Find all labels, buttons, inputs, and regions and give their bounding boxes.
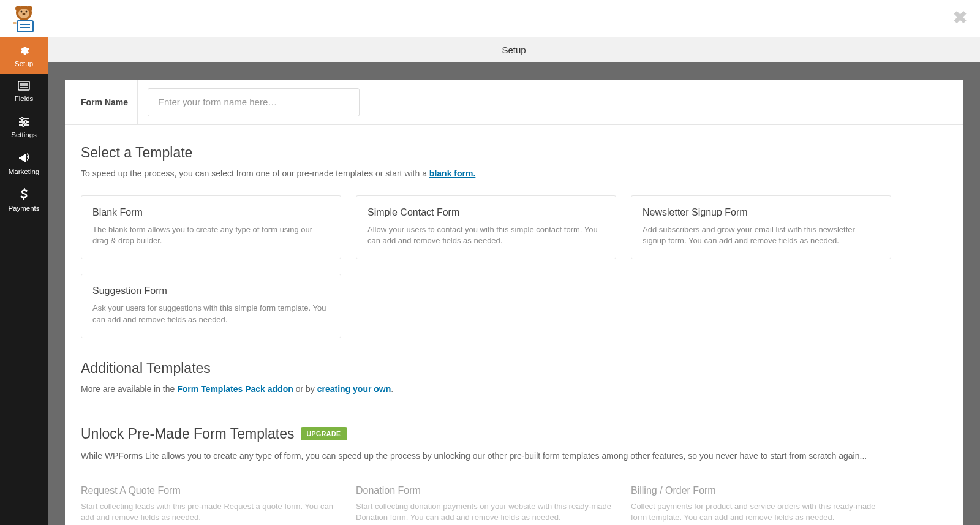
- sidebar-item-label: Settings: [11, 131, 37, 138]
- form-name-row: Form Name: [65, 80, 963, 125]
- subheader: Setup: [48, 37, 980, 62]
- select-template-title: Select a Template: [81, 145, 947, 161]
- unlock-desc: While WPForms Lite allows you to create …: [81, 451, 947, 461]
- template-desc: Add subscribers and grow your email list…: [643, 224, 880, 246]
- template-title: Newsletter Signup Form: [643, 207, 880, 218]
- template-desc: Ask your users for suggestions with this…: [92, 303, 330, 325]
- sidebar-item-settings[interactable]: Settings: [0, 110, 48, 146]
- list-icon: [18, 81, 30, 93]
- template-title: Suggestion Form: [92, 285, 330, 296]
- svg-point-16: [21, 118, 23, 120]
- locked-template-title: Request A Quote Form: [81, 485, 341, 496]
- locked-grid: Request A Quote Form Start collecting le…: [81, 485, 947, 523]
- template-desc: Allow your users to contact you with thi…: [368, 224, 605, 246]
- locked-template-billing: Billing / Order Form Collect payments fo…: [631, 485, 891, 523]
- template-title: Simple Contact Form: [368, 207, 605, 218]
- template-suggestion[interactable]: Suggestion Form Ask your users for sugge…: [81, 274, 341, 338]
- dollar-icon: [20, 188, 28, 202]
- template-newsletter[interactable]: Newsletter Signup Form Add subscribers a…: [631, 195, 891, 259]
- sliders-icon: [18, 117, 30, 129]
- template-title: Blank Form: [92, 207, 330, 218]
- svg-rect-7: [17, 21, 33, 32]
- sidebar-item-label: Marketing: [9, 168, 40, 175]
- sidebar-item-setup[interactable]: Setup: [0, 37, 48, 74]
- template-desc: The blank form allows you to create any …: [92, 224, 330, 246]
- upgrade-badge[interactable]: UPGRADE: [301, 427, 347, 440]
- svg-point-20: [22, 124, 24, 126]
- locked-template-desc: Start collecting leads with this pre-mad…: [81, 501, 341, 523]
- sidebar-item-fields[interactable]: Fields: [0, 74, 48, 110]
- locked-template-donation: Donation Form Start collecting donation …: [356, 485, 616, 523]
- wpforms-logo: [0, 0, 48, 37]
- select-template-desc: To speed up the process, you can select …: [81, 168, 947, 178]
- unlock-title: Unlock Pre-Made Form Templates: [81, 426, 295, 442]
- gear-icon: [18, 43, 30, 58]
- locked-template-title: Billing / Order Form: [631, 485, 891, 496]
- svg-point-6: [23, 13, 26, 15]
- locked-template-title: Donation Form: [356, 485, 616, 496]
- svg-rect-10: [13, 22, 17, 24]
- locked-template-desc: Collect payments for product and service…: [631, 501, 891, 523]
- template-blank-form[interactable]: Blank Form The blank form allows you to …: [81, 195, 341, 259]
- svg-point-5: [26, 11, 28, 13]
- bullhorn-icon: [18, 153, 30, 165]
- form-templates-pack-link[interactable]: Form Templates Pack addon: [177, 384, 293, 394]
- main: Setup Form Name Select a Template To spe…: [48, 37, 980, 525]
- close-icon[interactable]: ✖: [952, 9, 968, 27]
- panel: Form Name Select a Template To speed up …: [65, 80, 963, 525]
- svg-point-18: [24, 121, 27, 123]
- subheader-title: Setup: [502, 45, 526, 55]
- blank-form-link[interactable]: blank form.: [429, 168, 475, 178]
- sidebar-item-payments[interactable]: Payments: [0, 182, 48, 218]
- additional-templates-desc: More are available in the Form Templates…: [81, 384, 947, 394]
- template-simple-contact[interactable]: Simple Contact Form Allow your users to …: [356, 195, 616, 259]
- sidebar-item-label: Fields: [15, 95, 34, 102]
- sidebar: Setup Fields Settings Marketing Payments: [0, 37, 48, 525]
- create-your-own-link[interactable]: creating your own: [317, 384, 391, 394]
- templates-grid: Blank Form The blank form allows you to …: [81, 195, 947, 338]
- sidebar-item-marketing[interactable]: Marketing: [0, 146, 48, 182]
- sidebar-item-label: Payments: [8, 205, 39, 212]
- sidebar-item-label: Setup: [15, 60, 33, 67]
- unlock-row: Unlock Pre-Made Form Templates UPGRADE: [81, 426, 947, 442]
- locked-template-request-quote: Request A Quote Form Start collecting le…: [81, 485, 341, 523]
- form-name-label: Form Name: [65, 80, 138, 124]
- locked-template-desc: Start collecting donation payments on yo…: [356, 501, 616, 523]
- form-name-input[interactable]: [148, 88, 360, 116]
- additional-templates-title: Additional Templates: [81, 360, 947, 377]
- topbar: ✖: [0, 0, 980, 37]
- svg-point-4: [21, 11, 23, 13]
